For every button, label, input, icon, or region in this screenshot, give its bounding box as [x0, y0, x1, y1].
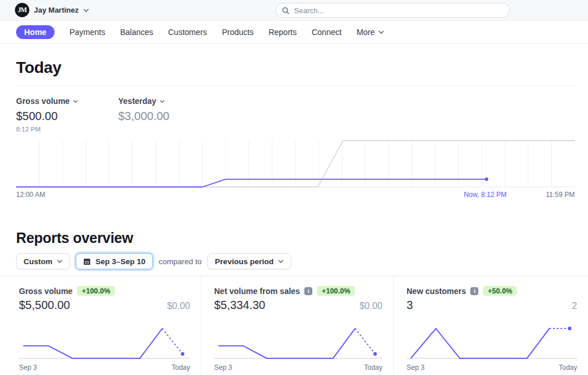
yesterday-label: Yesterday [118, 96, 156, 106]
today-metrics: Gross volume $500.00 8:12 PM Yesterday $… [16, 96, 575, 133]
gross-volume-label: Gross volume [16, 96, 69, 106]
card-title: New customers [407, 287, 466, 296]
gross-volume-selector[interactable]: Gross volume [16, 96, 78, 106]
chevron-down-icon [57, 260, 63, 263]
nav-item-more-label: More [357, 28, 375, 37]
nav-item-connect[interactable]: Connect [312, 28, 342, 37]
card-value: $5,500.00 [19, 299, 70, 312]
card-title: Gross volume [19, 287, 72, 296]
calendar-icon [83, 258, 91, 265]
date-range-button[interactable]: Sep 3–Sep 10 [76, 253, 153, 269]
spark-chart-net-volume [214, 324, 382, 362]
divider [16, 86, 575, 86]
report-controls: Custom Sep 3–Sep 10 compared to Previous… [16, 253, 575, 269]
spark-label-start: Sep 3 [214, 364, 232, 372]
nav-item-more[interactable]: More [357, 28, 384, 37]
chevron-down-icon [160, 100, 165, 103]
yesterday-selector[interactable]: Yesterday [118, 96, 165, 106]
card-compare-value: $0.00 [359, 301, 382, 311]
chevron-down-icon [73, 100, 78, 103]
yesterday-metric: Yesterday $3,000.00 [118, 96, 220, 133]
spark-label-end: Today [559, 364, 577, 372]
card-new-customers[interactable]: New customers i +50.0% 3 2 Sep 3 Today [393, 276, 588, 374]
nav-item-home[interactable]: Home [16, 25, 55, 39]
spark-chart-new-customers [407, 324, 577, 362]
card-title: Net volume from sales [214, 287, 300, 296]
range-type-select[interactable]: Custom [16, 253, 70, 269]
reports-overview-title: Reports overview [16, 230, 575, 246]
main-content: Today Gross volume $500.00 8:12 PM Yeste… [0, 59, 588, 269]
spark-label-start: Sep 3 [19, 364, 37, 372]
account-name: Jay Martinez [34, 6, 79, 14]
nav-item-balances[interactable]: Balances [120, 28, 153, 37]
yesterday-value: $3,000.00 [118, 110, 220, 123]
info-icon[interactable]: i [304, 287, 312, 295]
spark-chart-gross-volume [19, 324, 190, 362]
gross-volume-value: $500.00 [16, 110, 118, 123]
axis-label-now: Now, 8:12 PM [448, 191, 523, 199]
avatar: JM [15, 3, 29, 17]
range-type-label: Custom [24, 257, 52, 266]
card-compare-value: 2 [572, 301, 577, 311]
page-title: Today [16, 59, 575, 77]
metric-cards: Gross volume i +100.0% $5,500.00 $0.00 S… [0, 276, 588, 374]
axis-label-end: 11:59 PM [546, 191, 575, 199]
main-nav: Home Payments Balances Customers Product… [0, 21, 588, 44]
gross-volume-time: 8:12 PM [16, 126, 118, 133]
axis-label-start: 12:00 AM [16, 191, 45, 199]
comparison-label: Previous period [215, 257, 273, 266]
nav-item-reports[interactable]: Reports [269, 28, 297, 37]
gross-volume-metric: Gross volume $500.00 8:12 PM [16, 96, 118, 133]
top-bar: JM Jay Martinez [0, 0, 588, 21]
trend-badge: +100.0% [317, 286, 355, 296]
info-icon[interactable]: i [470, 287, 478, 295]
compared-to-label: compared to [158, 257, 202, 266]
chart-axis-labels: 12:00 AM Now, 8:12 PM 11:59 PM [16, 191, 575, 200]
spark-label-start: Sep 3 [407, 364, 424, 372]
search-bar[interactable] [276, 3, 510, 18]
chevron-down-icon [378, 30, 384, 34]
card-compare-value: $0.00 [167, 301, 190, 311]
chevron-down-icon [83, 9, 89, 12]
gross-volume-chart[interactable] [16, 140, 575, 188]
card-value: 3 [407, 299, 413, 312]
card-net-volume[interactable]: Net volume from sales i +100.0% $5,334.3… [201, 276, 393, 374]
nav-item-products[interactable]: Products [222, 28, 253, 37]
gross-volume-chart-area: 12:00 AM Now, 8:12 PM 11:59 PM [16, 140, 575, 200]
spark-label-end: Today [364, 364, 382, 372]
stripe-dashboard: JM Jay Martinez Home Payments Balances C… [0, 0, 588, 375]
nav-item-customers[interactable]: Customers [168, 28, 207, 37]
chevron-down-icon [278, 260, 284, 263]
search-icon [282, 7, 289, 14]
spark-label-end: Today [172, 364, 190, 372]
comparison-select[interactable]: Previous period [207, 253, 291, 269]
cards-section: Gross volume i +100.0% $5,500.00 $0.00 S… [0, 276, 588, 374]
trend-badge: +50.0% [483, 286, 517, 296]
date-range-label: Sep 3–Sep 10 [95, 257, 145, 266]
account-menu[interactable]: JM Jay Martinez [15, 3, 89, 17]
card-gross-volume[interactable]: Gross volume i +100.0% $5,500.00 $0.00 S… [0, 276, 201, 374]
card-value: $5,334.30 [214, 299, 265, 312]
search-input[interactable] [294, 6, 504, 15]
trend-badge: +100.0% [77, 286, 115, 296]
nav-item-payments[interactable]: Payments [69, 28, 105, 37]
